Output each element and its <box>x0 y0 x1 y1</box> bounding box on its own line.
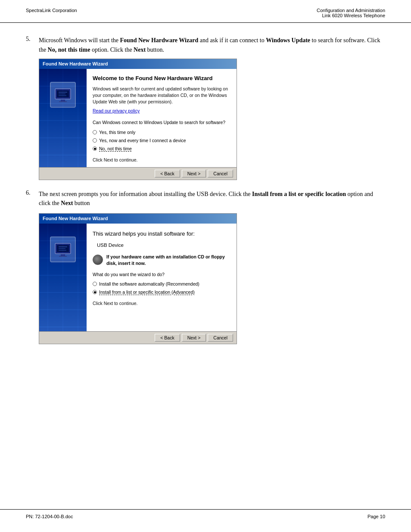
wizard2-radio-1[interactable] <box>93 282 97 286</box>
wizard1-option-2-label: Yes, now and every time I connect a devi… <box>99 137 186 144</box>
wizard1-radio-1[interactable] <box>93 130 97 134</box>
page-header: SpectraLink Corporation Configuration an… <box>0 0 411 23</box>
wizard2-body: This wizard helps you install software f… <box>39 224 237 331</box>
wizard2-option-1-label: Install the software automatically (Reco… <box>99 280 199 287</box>
wizard2-device-name: USB Device <box>97 242 230 249</box>
header-company: SpectraLink Corporation <box>26 8 77 13</box>
page-footer: PN: 72-1204-00-B.doc Page 10 <box>0 509 411 523</box>
wizard2-titlebar: Found New Hardware Wizard <box>39 214 237 224</box>
wizard2-footer: < Back Next > Cancel <box>39 331 237 344</box>
wizard1-option-2: Yes, now and every time I connect a devi… <box>93 137 230 144</box>
step-6: 6. The next screen prompts you for infor… <box>26 190 385 344</box>
wizard1-body: Welcome to the Found New Hardware Wizard… <box>39 69 237 167</box>
wizard1-next-button[interactable]: Next > <box>182 170 206 177</box>
header-doc-subtitle: Link 6020 Wireless Telephone <box>317 13 385 18</box>
wizard2-click-next: Click Next to continue. <box>93 300 230 307</box>
wizard2-radio-2[interactable] <box>93 290 97 294</box>
header-doc-title: Configuration and Administration <box>317 8 385 13</box>
wizard1-click-next: Click Next to continue. <box>93 156 230 163</box>
step5-bold3: No, not this time <box>48 47 90 53</box>
wizard1-privacy-link[interactable]: Read our privacy policy <box>93 108 140 113</box>
wizard2-title: Found New Hardware Wizard <box>43 215 108 222</box>
wizard1-title: Found New Hardware Wizard <box>43 60 108 68</box>
header-right: Configuration and Administration Link 60… <box>317 8 385 18</box>
wizard2-what-todo: What do you want the wizard to do? <box>93 271 230 278</box>
wizard2-screenshot: Found New Hardware Wizard <box>39 213 237 344</box>
wizard1-description: Windows will search for current and upda… <box>93 86 230 105</box>
wizard1-heading: Welcome to the Found New Hardware Wizard <box>93 75 230 82</box>
wizard1-cancel-button[interactable]: Cancel <box>208 170 233 177</box>
step6-bold1: Install from a list or specific location <box>252 191 346 197</box>
step6-bold2: Next <box>61 200 73 206</box>
step5-bold4: Next <box>134 47 146 53</box>
step-5: 5. Microsoft Windows will start the Foun… <box>26 36 385 180</box>
step5-bold2: Windows Update <box>266 37 310 44</box>
footer-pn: PN: 72-1204-00-B.doc <box>26 514 73 519</box>
wizard2-right-panel: This wizard helps you install software f… <box>87 224 237 331</box>
wizard1-radio-3[interactable] <box>93 146 97 151</box>
wizard1-question: Can Windows connect to Windows Update to… <box>93 119 230 126</box>
wizard2-cd-text: If your hardware came with an installati… <box>106 254 230 266</box>
wizard2-option-2-label: Install from a list or specific location… <box>99 289 195 296</box>
wizard1-radio-2[interactable] <box>93 138 97 143</box>
footer-page: Page 10 <box>367 514 385 519</box>
wizard2-option-1: Install the software automatically (Reco… <box>93 280 230 287</box>
wizard2-next-button[interactable]: Next > <box>182 334 206 342</box>
cd-icon <box>93 255 103 265</box>
wizard2-cancel-button[interactable]: Cancel <box>208 334 233 342</box>
wizard2-left-panel <box>39 224 87 331</box>
main-content: 5. Microsoft Windows will start the Foun… <box>0 23 411 388</box>
wizard1-footer: < Back Next > Cancel <box>39 167 237 180</box>
wizard2-option-2: Install from a list or specific location… <box>93 289 230 296</box>
wizard1-option-1-label: Yes, this time only <box>99 129 135 136</box>
step-6-text: The next screen prompts you for informat… <box>39 190 385 344</box>
step-6-number: 6. <box>26 190 39 196</box>
wizard1-option-3: No, not this time <box>93 145 230 152</box>
wizard1-left-panel <box>39 69 87 167</box>
wizard1-back-button[interactable]: < Back <box>155 170 180 177</box>
step5-bold1: Found New Hardware Wizard <box>120 37 199 44</box>
wizard1-right-panel: Welcome to the Found New Hardware Wizard… <box>87 69 237 167</box>
wizard2-back-button[interactable]: < Back <box>155 334 180 342</box>
step-5-number: 5. <box>26 36 39 43</box>
wizard2-install-prompt: This wizard helps you install software f… <box>93 230 230 238</box>
wizard1-option-3-label: No, not this time <box>99 145 132 152</box>
wizard1-titlebar: Found New Hardware Wizard <box>39 59 237 69</box>
wizard2-cd-info: If your hardware came with an installati… <box>93 254 230 266</box>
wizard1-screenshot: Found New Hardware Wizard <box>39 59 237 180</box>
wizard1-option-1: Yes, this time only <box>93 129 230 136</box>
step-5-text: Microsoft Windows will start the Found N… <box>39 36 385 180</box>
